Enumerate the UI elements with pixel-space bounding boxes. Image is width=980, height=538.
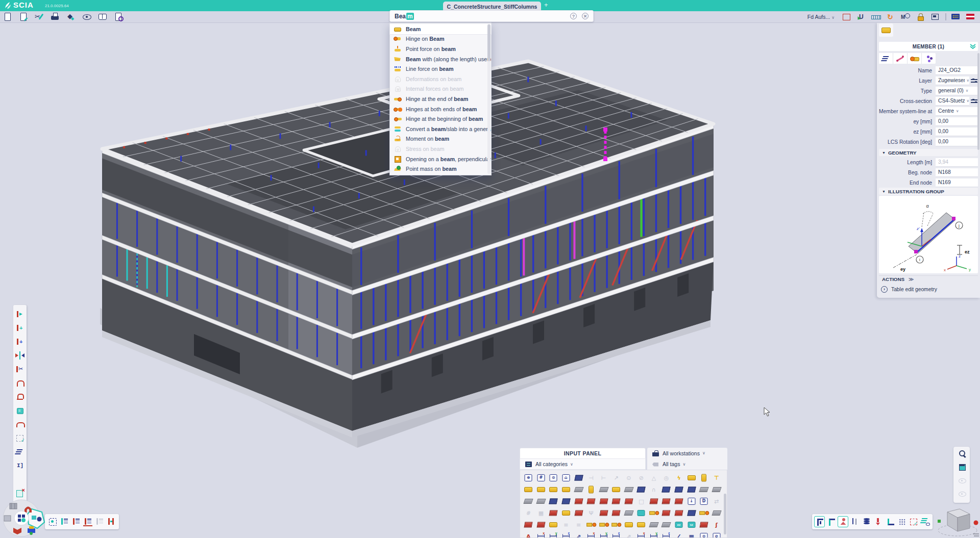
- snap-tool-button[interactable]: [885, 516, 895, 527]
- input-panel-icon[interactable]: [623, 519, 635, 530]
- austria-flag-icon[interactable]: [966, 12, 976, 21]
- input-panel-icon[interactable]: [535, 531, 548, 538]
- input-panel-icon[interactable]: [710, 496, 723, 506]
- search-result-item[interactable]: Hinge on Beam: [390, 34, 491, 44]
- input-panel-icon[interactable]: [585, 484, 598, 495]
- property-field[interactable]: Centre ∨: [936, 107, 978, 116]
- input-panel-icon[interactable]: [660, 484, 673, 495]
- input-panel-icon[interactable]: [585, 519, 598, 530]
- view-tool-icon[interactable]: [957, 489, 966, 498]
- search-result-item[interactable]: Convert a beam/slab into a general …: [390, 124, 491, 134]
- property-field[interactable]: 3,94: [936, 158, 978, 167]
- input-panel-icon[interactable]: [635, 484, 648, 495]
- toolbar-icon[interactable]: [82, 12, 92, 21]
- input-panel-icon[interactable]: [560, 484, 573, 495]
- input-panel-icon[interactable]: [610, 531, 623, 538]
- input-panel-icon[interactable]: [673, 472, 685, 483]
- input-panel-tab[interactable]: INPUT PANEL: [520, 448, 646, 458]
- input-panel-icon[interactable]: [610, 519, 623, 530]
- input-panel-icon[interactable]: [710, 484, 723, 495]
- input-panel-icon[interactable]: [623, 496, 635, 506]
- input-panel-icon[interactable]: [547, 496, 560, 506]
- tags-dropdown[interactable]: All tags ∨: [647, 458, 727, 470]
- input-panel-icon[interactable]: [635, 531, 648, 538]
- edit-tool-button[interactable]: [15, 417, 24, 431]
- search-result-item[interactable]: Opening on a beam, perpendicular …: [390, 154, 491, 164]
- input-panel-icon[interactable]: [547, 519, 560, 530]
- input-panel-icon[interactable]: [585, 507, 598, 518]
- search-result-item[interactable]: Internal forces on beam: [390, 84, 491, 94]
- view-tool-icon[interactable]: [957, 475, 966, 484]
- search-result-item[interactable]: Line force on beam: [390, 64, 491, 74]
- search-result-item[interactable]: Beam: [390, 24, 491, 34]
- settings-icon[interactable]: [971, 98, 978, 104]
- input-panel-icon[interactable]: [585, 496, 598, 506]
- property-field[interactable]: CS4-Stuetze#5- ∨: [936, 97, 969, 106]
- input-panel-icon[interactable]: [610, 507, 623, 518]
- input-panel-icon[interactable]: [648, 507, 660, 518]
- edit-tool-button[interactable]: [15, 362, 24, 376]
- toolbar-icon[interactable]: [97, 12, 108, 21]
- expand-window-icon[interactable]: [930, 12, 940, 21]
- input-panel-icon[interactable]: [560, 496, 573, 506]
- grid-scrollbar[interactable]: [724, 494, 726, 534]
- toolbar-icon[interactable]: [50, 12, 60, 21]
- search-result-item[interactable]: Beam with (along the length) user d…: [390, 54, 491, 64]
- input-panel-icon[interactable]: [698, 496, 710, 506]
- input-panel-icon[interactable]: [610, 484, 623, 495]
- lock-icon[interactable]: [915, 12, 925, 21]
- input-panel-icon[interactable]: [685, 519, 698, 530]
- section-actions[interactable]: ACTIONS ≫: [879, 275, 978, 283]
- input-panel-icon[interactable]: [710, 519, 723, 530]
- categories-dropdown[interactable]: All categories ∨: [520, 458, 646, 470]
- spotlight-search-input[interactable]: Bea m ? ✕: [389, 10, 594, 22]
- input-panel-icon[interactable]: [673, 496, 685, 506]
- new-tab-button[interactable]: +: [544, 1, 548, 9]
- snap-tool-button[interactable]: [849, 516, 860, 527]
- separator[interactable]: [945, 12, 946, 21]
- dropdown-scrollbar[interactable]: [487, 24, 491, 174]
- search-result-item[interactable]: Point force on beam: [390, 44, 491, 54]
- input-panel-icon[interactable]: [648, 531, 660, 538]
- input-panel-icon[interactable]: [610, 496, 623, 506]
- input-panel-icon[interactable]: [660, 531, 673, 538]
- selection-tool-icon[interactable]: [107, 517, 116, 526]
- input-panel-icon[interactable]: [660, 519, 673, 530]
- input-panel-icon[interactable]: [597, 484, 610, 495]
- input-panel-icon[interactable]: [522, 507, 535, 518]
- input-panel-icon[interactable]: [673, 484, 685, 495]
- input-panel-icon[interactable]: [560, 472, 573, 483]
- snap-tool-button[interactable]: [838, 516, 848, 527]
- input-panel-icon[interactable]: [585, 531, 598, 538]
- close-icon[interactable]: ✕: [582, 13, 589, 19]
- table-edit-geometry-button[interactable]: › Table edit geometry: [879, 285, 978, 294]
- edit-tool-button[interactable]: [15, 307, 24, 321]
- section-geometry[interactable]: ▼ GEOMETRY: [879, 149, 978, 156]
- input-panel-icon[interactable]: [623, 472, 635, 483]
- refresh-icon[interactable]: [886, 12, 896, 21]
- input-panel-icon[interactable]: [535, 484, 548, 495]
- search-result-item[interactable]: Stress on beam: [390, 144, 491, 154]
- input-panel-icon[interactable]: [698, 507, 710, 518]
- input-panel-icon[interactable]: [572, 496, 585, 506]
- input-panel-icon[interactable]: [635, 472, 648, 483]
- input-panel-icon[interactable]: [635, 519, 648, 530]
- input-panel-icon[interactable]: [560, 519, 573, 530]
- input-panel-icon[interactable]: [673, 519, 685, 530]
- search-result-item[interactable]: Hinges at both ends of beam: [390, 104, 491, 114]
- selection-tool-icon[interactable]: [83, 517, 92, 526]
- toolbar-icon[interactable]: [18, 12, 29, 21]
- help-icon[interactable]: ?: [570, 13, 577, 19]
- input-panel-icon[interactable]: [698, 484, 710, 495]
- input-panel-icon[interactable]: [685, 507, 698, 518]
- input-panel-icon[interactable]: [572, 472, 585, 483]
- input-panel-icon[interactable]: [560, 531, 573, 538]
- edit-tool-button[interactable]: [15, 376, 24, 390]
- selection-tool-icon[interactable]: [95, 517, 104, 526]
- input-panel-icon[interactable]: [522, 531, 535, 538]
- search-result-item[interactable]: Point mass on beam: [390, 164, 491, 174]
- snap-tool-button[interactable]: [896, 516, 907, 527]
- input-panel-icon[interactable]: [623, 507, 635, 518]
- input-panel-icon[interactable]: [660, 507, 673, 518]
- input-panel-icon[interactable]: [597, 507, 610, 518]
